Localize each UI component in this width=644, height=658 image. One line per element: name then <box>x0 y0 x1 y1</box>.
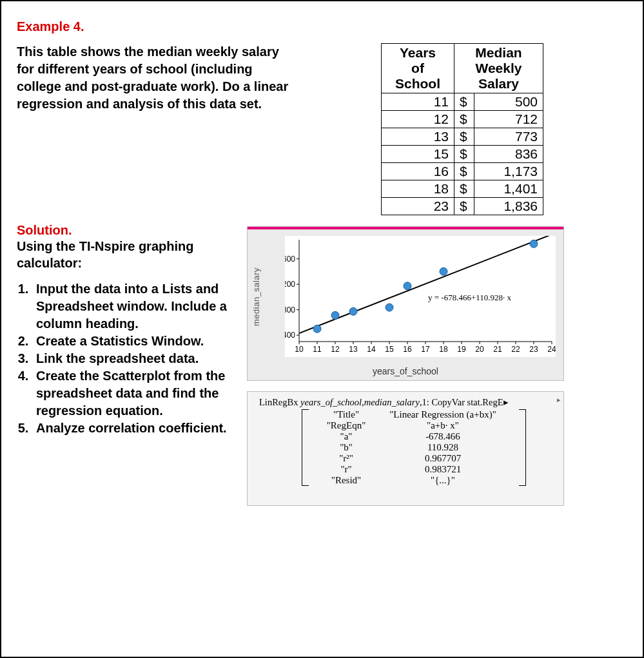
list-item: Link the spreadsheet data. <box>32 350 229 367</box>
data-table: Years of School Median Weekly Salary 11$… <box>381 43 543 215</box>
result-label: "Resid" <box>311 475 382 486</box>
regression-output-panel: ▸ LinRegBx years_of_school,median_salary… <box>248 392 563 505</box>
table-row: 16$1,173 <box>382 163 543 180</box>
solution-steps: Solution. Using the TI-Nspire graphing c… <box>17 223 229 505</box>
problem-text: This table shows the median weekly salar… <box>17 43 294 113</box>
bracket-left-icon <box>302 409 309 486</box>
svg-text:16: 16 <box>403 345 412 354</box>
svg-text:20: 20 <box>475 345 484 354</box>
calculator-column: median_salary 40080012001600101112131415… <box>248 227 576 505</box>
result-value: 0.983721 <box>382 464 504 475</box>
example-label: Example 4. <box>17 19 627 34</box>
table-body: 11$500 12$712 13$773 15$836 16$1,173 18$… <box>382 93 543 215</box>
svg-text:22: 22 <box>511 345 520 354</box>
table-row: 18$1,401 <box>382 180 543 198</box>
table-row: 13$773 <box>382 128 543 146</box>
svg-text:800: 800 <box>285 305 295 314</box>
steps-list: Input the data into a Lists and Spreadsh… <box>17 280 229 437</box>
chart-ylabel: median_salary <box>251 267 261 326</box>
result-value: "{...}" <box>382 475 504 486</box>
list-item: Create the Scatterplot from the spreadsh… <box>32 367 229 420</box>
svg-point-44 <box>385 304 393 311</box>
svg-text:21: 21 <box>493 345 502 354</box>
chart-plot-area: 4008001200160010111213141516171819202122… <box>285 236 556 357</box>
list-item: Analyze correlation coefficient. <box>32 420 229 437</box>
svg-text:400: 400 <box>285 331 295 340</box>
page: Example 4. This table shows the median w… <box>0 0 644 658</box>
scatterplot-panel: median_salary 40080012001600101112131415… <box>248 227 563 380</box>
table-header-salary: Median Weekly Salary <box>454 44 543 93</box>
svg-point-45 <box>404 282 411 290</box>
svg-point-42 <box>331 312 339 320</box>
chart-svg: 4008001200160010111213141516171819202122… <box>285 236 556 357</box>
table-row: 23$1,836 <box>382 198 543 215</box>
svg-text:10: 10 <box>295 345 304 354</box>
result-label: "RegEqn" <box>311 420 382 431</box>
result-value: "Linear Regression (a+bx)" <box>382 409 504 420</box>
result-value: 0.967707 <box>382 453 504 464</box>
chart-xlabel: years_of_school <box>248 366 563 376</box>
problem-row: This table shows the median weekly salar… <box>17 43 627 215</box>
svg-text:12: 12 <box>331 345 340 354</box>
table-row: 15$836 <box>382 146 543 163</box>
svg-point-47 <box>530 240 538 248</box>
svg-text:19: 19 <box>457 345 466 354</box>
svg-point-41 <box>313 325 321 333</box>
result-value: ‑678.466 <box>382 431 504 442</box>
svg-text:15: 15 <box>385 345 394 354</box>
table-row: 11$500 <box>382 93 543 111</box>
svg-text:1600: 1600 <box>285 255 295 264</box>
result-label: "b" <box>311 442 382 453</box>
table-row: 12$712 <box>382 111 543 128</box>
list-item: Create a Statistics Window. <box>32 333 229 350</box>
solution-intro: Using the TI-Nspire graphing calculator: <box>17 238 229 271</box>
svg-text:18: 18 <box>439 345 448 354</box>
svg-text:24: 24 <box>547 345 556 354</box>
result-label: "r" <box>311 464 382 475</box>
results-command: LinRegBx years_of_school,median_salary,1… <box>259 397 556 408</box>
solution-area: Solution. Using the TI-Nspire graphing c… <box>17 223 627 505</box>
result-value: "a+b· x" <box>382 420 504 431</box>
svg-text:14: 14 <box>367 345 376 354</box>
results-matrix: "Title""Linear Regression (a+bx)" "RegEq… <box>259 409 556 486</box>
svg-point-46 <box>440 268 447 276</box>
chart-equation: y = ‑678.466+110.928· x <box>428 293 511 303</box>
bracket-right-icon <box>519 409 526 486</box>
svg-text:11: 11 <box>313 345 322 354</box>
scroll-right-icon: ▸ <box>557 396 561 404</box>
result-value: 110.928 <box>382 442 504 453</box>
svg-text:17: 17 <box>421 345 430 354</box>
result-label: "a" <box>311 431 382 442</box>
result-label: "Title" <box>311 409 382 420</box>
list-item: Input the data into a Lists and Spreadsh… <box>32 280 229 333</box>
svg-text:23: 23 <box>529 345 538 354</box>
svg-text:13: 13 <box>349 345 358 354</box>
svg-point-43 <box>349 308 357 316</box>
result-label: "r²" <box>311 453 382 464</box>
svg-text:1200: 1200 <box>285 280 295 289</box>
solution-label: Solution. <box>17 223 229 238</box>
table-header-years: Years of School <box>382 44 454 93</box>
